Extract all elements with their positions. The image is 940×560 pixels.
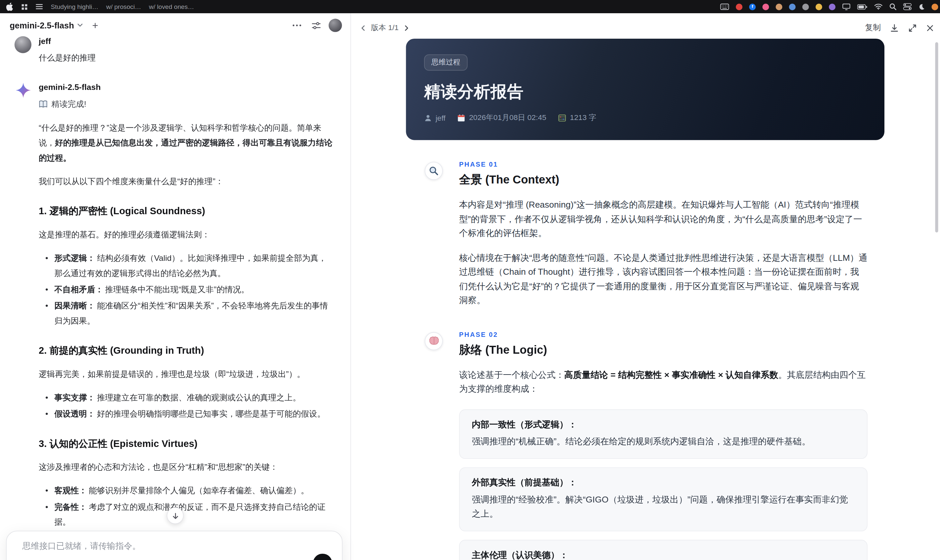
model-name: gemini-2.5-flash	[9, 20, 74, 30]
account-avatar[interactable]	[329, 19, 342, 32]
user-message: jeff 什么是好的推理	[15, 36, 333, 65]
red-app-icon[interactable]	[736, 3, 743, 10]
abacus-icon	[558, 114, 566, 122]
bullet-list: 事实支撑：推理建立在可靠的数据、准确的观测或公认的真理之上。 假设透明：好的推理…	[39, 390, 333, 422]
status-text: 精读完成!	[51, 97, 86, 112]
chat-messages: jeff 什么是好的推理 gemini-2.5-flash 精读完成! “什么是…	[0, 33, 350, 560]
report-header-card: 思维过程 精读分析报告 jeff 2026年01月08日 02:45	[406, 38, 885, 140]
card-title: 外部真实性（前提基础）：	[472, 477, 855, 489]
scroll-to-bottom-button[interactable]	[167, 507, 183, 524]
download-button[interactable]	[890, 23, 898, 32]
moon-icon[interactable]	[918, 3, 925, 10]
model-selector[interactable]: gemini-2.5-flash	[9, 20, 82, 30]
expand-button[interactable]	[908, 23, 917, 32]
list-item: 形式逻辑：结构必须有效（Valid）。比如演绎推理中，如果前提全部为真，那么通过…	[39, 251, 333, 281]
app-window: gemini-2.5-flash + jeff 什么是好的推理	[0, 13, 940, 560]
assistant-content: “什么是好的推理？”这是一个涉及逻辑学、认知科学和哲学核心的问题。简单来说，好的…	[39, 120, 333, 560]
document-panel: 版本 1/1 复制 思维过程 精读分析报告	[351, 13, 940, 560]
keyboard-icon[interactable]	[720, 3, 729, 10]
list-item: 假设透明：好的推理会明确指明哪些是已知事实，哪些是基于可能的假设。	[39, 406, 333, 422]
card-title: 主体伦理（认识美德）：	[472, 549, 855, 560]
document-toolbar: 版本 1/1 复制	[351, 13, 940, 37]
facebook-app-icon[interactable]: f	[749, 3, 756, 10]
chevron-right-icon	[402, 24, 410, 32]
message-input[interactable]: 思维接口已就绪，请传输指令。	[23, 541, 331, 552]
section-heading: 1. 逻辑的严密性 (Logical Soundness)	[39, 204, 333, 219]
download-icon	[890, 23, 898, 32]
report-title: 精读分析报告	[424, 81, 866, 103]
chat-header: gemini-2.5-flash +	[0, 13, 350, 32]
wifi-icon[interactable]	[874, 4, 883, 9]
search-icon[interactable]	[889, 3, 897, 10]
reading-status: 精读完成!	[39, 97, 333, 112]
ellipsis-icon	[292, 24, 301, 26]
assistant-message: gemini-2.5-flash 精读完成! “什么是好的推理？”这是一个涉及逻…	[15, 82, 333, 560]
report-meta: jeff 2026年01月08日 02:45 1213 字	[424, 113, 866, 123]
message-author: gemini-2.5-flash	[39, 82, 333, 93]
copy-button[interactable]: 复制	[865, 23, 881, 33]
report-sections: PHASE 01 全景 (The Context) 本内容是对“推理 (Reas…	[406, 161, 885, 560]
assistant-paragraph: 逻辑再完美，如果前提是错误的，推理也是垃圾（即“垃圾进，垃圾出”）。	[39, 367, 333, 382]
more-options-button[interactable]	[290, 19, 303, 32]
tan-app-icon[interactable]	[776, 3, 782, 10]
gemini-star-icon	[15, 82, 31, 98]
battery-icon[interactable]	[857, 4, 868, 9]
menubar-status-item[interactable]: Studying highli…	[51, 3, 98, 10]
menubar-status-item[interactable]: w/ loved ones…	[149, 3, 194, 10]
dimension-card: 内部一致性（形式逻辑）： 强调推理的“机械正确”。结论必须在给定的规则系统内逻辑…	[459, 409, 868, 459]
message-author: jeff	[39, 36, 333, 47]
assistant-paragraph: 我们可以从以下四个维度来衡量什么是“好的推理”：	[39, 174, 333, 189]
yellow-app-icon[interactable]	[816, 3, 822, 10]
section-title: 脉络 (The Logic)	[459, 342, 868, 358]
scrollbar[interactable]	[935, 42, 938, 232]
gray-app-icon[interactable]	[803, 3, 809, 10]
display-icon[interactable]	[842, 3, 851, 10]
assistant-paragraph: 这是推理的基石。好的推理必须遵循逻辑法则：	[39, 227, 333, 242]
screen: Studying highli… w/ prosoci… w/ loved on…	[0, 0, 940, 560]
close-button[interactable]	[926, 24, 934, 32]
pink-app-icon[interactable]	[763, 3, 769, 10]
card-body: 强调推理的“机械正确”。结论必须在给定的规则系统内逻辑自洽，这是推理的硬件基础。	[472, 434, 855, 449]
grid-icon[interactable]	[21, 3, 28, 10]
chat-panel: gemini-2.5-flash + jeff 什么是好的推理	[0, 13, 351, 560]
section-heading: 2. 前提的真实性 (Grounding in Truth)	[39, 343, 333, 358]
card-title: 内部一致性（形式逻辑）：	[472, 419, 855, 431]
menubar-status-icons: f	[720, 3, 934, 10]
purple-app-icon[interactable]	[829, 3, 835, 10]
report-word-count: 1213 字	[558, 113, 596, 123]
dimension-card: 主体伦理（认识美德）： 转向推理者的心理特征。引入奥卡姆剃刀和反向论证，旨在克服…	[459, 540, 868, 560]
list-icon[interactable]	[36, 4, 43, 9]
section-title: 全景 (The Context)	[459, 172, 868, 188]
magnifier-icon	[425, 162, 443, 180]
menu-bar: Studying highli… w/ prosoci… w/ loved on…	[0, 0, 940, 13]
brain-icon	[425, 332, 443, 350]
phase-label: PHASE 02	[459, 331, 868, 338]
blue-app-icon[interactable]	[789, 3, 795, 10]
arrow-down-icon	[171, 512, 179, 520]
version-label: 版本 1/1	[371, 23, 399, 33]
expand-icon	[908, 23, 917, 32]
assistant-paragraph: “什么是好的推理？”这是一个涉及逻辑学、认知科学和哲学核心的问题。简单来说，好的…	[39, 120, 333, 165]
bullet-list: 形式逻辑：结构必须有效（Valid）。比如演绎推理中，如果前提全部为真，那么通过…	[39, 251, 333, 329]
menubar-left: Studying highli… w/ prosoci… w/ loved on…	[6, 2, 720, 11]
orange-app-icon[interactable]	[931, 3, 938, 10]
settings-sliders-button[interactable]	[309, 19, 322, 32]
dimension-card: 外部真实性（前提基础）： 强调推理的“经验校准”。解决“GIGO（垃圾进，垃圾出…	[459, 468, 868, 532]
list-item: 客观性：能够识别并尽量排除个人偏见（如幸存者偏差、确认偏差）。	[39, 483, 333, 498]
document-content: 思维过程 精读分析报告 jeff 2026年01月08日 02:45	[351, 37, 940, 560]
list-item: 因果清晰：能准确区分“相关性”和“因果关系”，不会轻率地将先后发生的事情归为因果…	[39, 298, 333, 328]
user-avatar	[15, 36, 31, 53]
book-icon	[39, 100, 48, 108]
list-item: 完备性：考虑了对立的观点和潜在的反证，而不是只选择支持自己结论的证据。	[39, 499, 333, 529]
list-item: 不自相矛盾：推理链条中不能出现“既是又非”的情况。	[39, 282, 333, 297]
new-chat-button[interactable]: +	[89, 19, 102, 32]
chevron-left-icon	[359, 24, 367, 32]
menubar-status-item[interactable]: w/ prosoci…	[106, 3, 141, 10]
control-center-icon[interactable]	[903, 3, 912, 10]
doc-paragraph: 本内容是对“推理 (Reasoning)”这一抽象概念的高层建模。在知识爆炸与人…	[459, 198, 868, 241]
version-prev-button[interactable]	[359, 24, 367, 32]
list-item: 事实支撑：推理建立在可靠的数据、准确的观测或公认的真理之上。	[39, 390, 333, 405]
version-next-button[interactable]	[402, 24, 410, 32]
voice-input-button[interactable]	[313, 554, 332, 560]
apple-icon[interactable]	[6, 2, 13, 11]
